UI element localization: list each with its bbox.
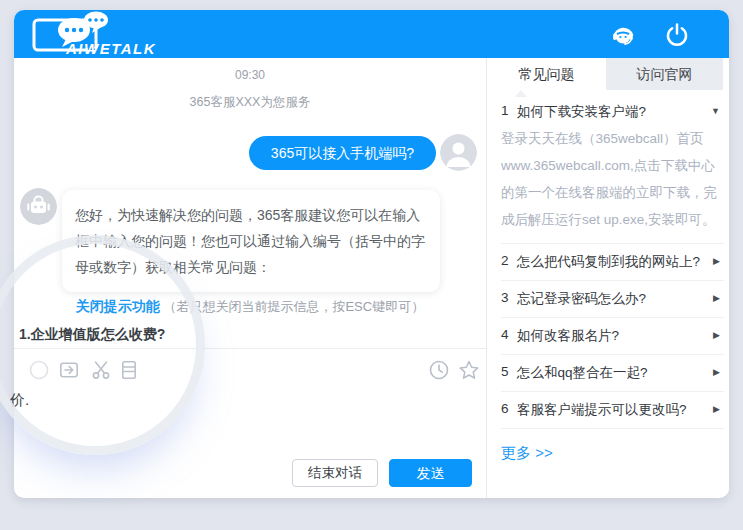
user-message-bubble: 365可以接入手机端吗?	[249, 136, 436, 170]
customer-service-icon[interactable]	[608, 20, 638, 50]
faq-number: 1	[501, 103, 517, 118]
faq-item-5[interactable]: 5 怎么和qq整合在一起? ▶	[501, 355, 724, 392]
file-send-icon[interactable]	[58, 359, 80, 381]
faq-question: 如何改客服名片?	[517, 327, 709, 345]
scissors-icon[interactable]	[90, 359, 112, 381]
user-avatar	[440, 134, 477, 171]
history-clock-icon[interactable]	[428, 359, 450, 381]
message-timestamp: 09:30	[14, 68, 486, 82]
caret-right-icon: ▶	[709, 327, 722, 340]
caret-down-icon: ▼	[707, 103, 722, 116]
more-link[interactable]: 更多 >>	[501, 444, 553, 463]
faq-number: 5	[501, 364, 517, 379]
end-chat-button[interactable]: 结束对话	[292, 459, 378, 487]
lens-partial-text: 价.	[10, 391, 29, 410]
faq-item-3[interactable]: 3 忘记登录密码怎么办? ▶	[501, 281, 724, 318]
faq-question: 忘记登录密码怎么办?	[517, 290, 709, 308]
faq-list: 1 如何下载安装客户端? ▼ 登录天天在线（365webcall）首页www.3…	[501, 94, 724, 463]
svg-text:AIWETALK: AIWETALK	[65, 40, 156, 57]
faq-question: 怎么和qq整合在一起?	[517, 364, 709, 382]
caret-right-icon: ▶	[709, 401, 722, 414]
tab-official-site[interactable]: 访问官网	[606, 58, 723, 90]
faq-answer-1: 登录天天在线（365webcall）首页www.365webcall.com,点…	[501, 123, 724, 244]
faq-number: 6	[501, 401, 517, 416]
faq-item-1[interactable]: 1 如何下载安装客户端? ▼	[501, 94, 724, 123]
service-greeting: 365客服XXX为您服务	[14, 94, 486, 111]
tab-faq[interactable]: 常见问题	[487, 58, 606, 90]
faq-number: 2	[501, 253, 517, 268]
caret-right-icon: ▶	[709, 253, 722, 266]
caret-right-icon: ▶	[709, 290, 722, 303]
agent-message-bubble: 您好，为快速解决您的问题，365客服建议您可以在输入框中输入您的问题！您也可以通…	[62, 190, 440, 292]
power-icon[interactable]	[662, 20, 692, 50]
faq-question: 客服客户端提示可以更改吗?	[517, 401, 709, 419]
caret-right-icon: ▶	[709, 364, 722, 377]
close-hint-link[interactable]: 关闭提示功能	[76, 298, 160, 314]
faq-item-6[interactable]: 6 客服客户端提示可以更改吗? ▶	[501, 392, 724, 429]
hint-note: （若只想关闭当前提示信息，按ESC键即可）	[163, 299, 424, 314]
faq-item-2[interactable]: 2 怎么把代码复制到我的网站上? ▶	[501, 244, 724, 281]
bot-avatar	[20, 188, 57, 225]
input-area-divider	[14, 348, 486, 349]
faq-item-4[interactable]: 4 如何改客服名片? ▶	[501, 318, 724, 355]
faq-number: 3	[501, 290, 517, 305]
faq-number: 4	[501, 327, 517, 342]
faq-question: 怎么把代码复制到我的网站上?	[517, 253, 709, 271]
favorite-star-icon[interactable]	[458, 359, 480, 381]
send-button[interactable]: 发送	[389, 459, 472, 487]
app-logo: AIWETALK	[30, 11, 195, 58]
document-icon[interactable]	[118, 359, 140, 381]
suggested-question[interactable]: 1.企业增值版怎么收费?	[19, 326, 165, 344]
faq-question: 如何下载安装客户端?	[517, 103, 707, 121]
emoji-icon[interactable]	[28, 359, 50, 381]
faq-sidebar: 常见问题 访问官网 1 如何下载安装客户端? ▼ 登录天天在线（365webca…	[486, 58, 729, 498]
title-bar: AIWETALK	[14, 10, 729, 58]
hint-row: 关闭提示功能 （若只想关闭当前提示信息，按ESC键即可）	[14, 298, 486, 316]
chat-window: AIWETALK 09:30 365客服XXX为您服务 365可以接入手	[14, 10, 729, 498]
